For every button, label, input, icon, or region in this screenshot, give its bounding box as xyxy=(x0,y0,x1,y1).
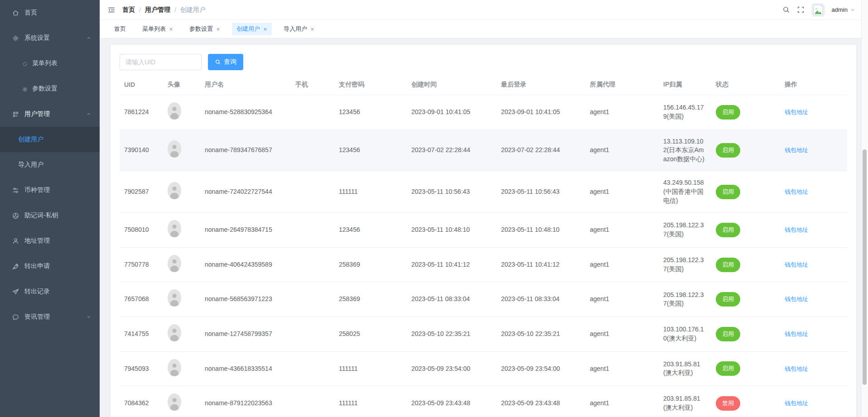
cell-last_login: 2023-05-09 23:54:00 xyxy=(497,351,585,386)
close-icon[interactable] xyxy=(263,27,267,31)
cell-action: 钱包地址 xyxy=(780,351,847,386)
wallet-address-link[interactable]: 钱包地址 xyxy=(785,188,808,195)
cell-avatar xyxy=(163,386,200,417)
status-toggle[interactable]: 启用 xyxy=(716,143,740,158)
navbar-tools: admin xyxy=(782,3,868,17)
tab-create-user[interactable]: 创建用户 xyxy=(232,23,272,35)
breadcrumb-item-user-management[interactable]: 用户管理 xyxy=(145,6,170,14)
cell-agent: agent1 xyxy=(585,95,659,130)
cell-phone xyxy=(291,95,334,130)
table-row: 7945093noname-4366183355141111112023-05-… xyxy=(120,351,847,386)
cell-uid: 7657068 xyxy=(120,282,163,317)
status-toggle[interactable]: 启用 xyxy=(716,105,740,120)
cell-created_at: 2023-05-09 23:43:48 xyxy=(407,386,497,417)
sidebar-item-system-settings[interactable]: 系统设置 xyxy=(0,25,100,51)
tab-home[interactable]: 首页 xyxy=(110,23,130,35)
wallet-address-link[interactable]: 钱包地址 xyxy=(785,400,808,407)
table-row: 7084362noname-8791220235631111112023-05-… xyxy=(120,386,847,417)
sidebar-item-param-settings[interactable]: 参数设置 xyxy=(0,76,100,101)
user-dropdown[interactable]: admin xyxy=(832,6,855,13)
sidebar-item-user-management[interactable]: 用户管理 xyxy=(0,101,100,127)
status-toggle[interactable]: 启用 xyxy=(716,258,740,272)
sidebar-item-label: 创建用户 xyxy=(18,135,43,144)
breadcrumb-separator: / xyxy=(174,6,176,14)
avatar[interactable] xyxy=(811,3,825,17)
cell-phone xyxy=(291,247,334,282)
breadcrumb-item-current: 创建用户 xyxy=(180,6,206,14)
cell-phone xyxy=(291,316,334,351)
table-row: 7414755noname-1274587993572580252023-05-… xyxy=(120,316,847,351)
wallet-address-link[interactable]: 钱包地址 xyxy=(785,331,808,337)
cell-agent: agent1 xyxy=(585,247,659,282)
sidebar-item-label: 系统设置 xyxy=(24,34,50,42)
sidebar-item-news-management[interactable]: 资讯管理 xyxy=(0,304,100,330)
sidebar-item-label: 转出申请 xyxy=(24,262,50,270)
column-header: 手机 xyxy=(291,75,334,95)
cell-phone xyxy=(291,386,334,417)
close-icon[interactable] xyxy=(216,27,220,31)
scrollbar[interactable] xyxy=(861,0,868,417)
scrollbar-thumb[interactable] xyxy=(863,149,867,385)
cell-last_login: 2023-05-11 10:56:43 xyxy=(497,171,585,213)
chevron-up-icon xyxy=(86,35,92,41)
column-header: 创建时间 xyxy=(407,75,497,95)
chevron-up-icon xyxy=(86,111,92,117)
close-icon[interactable] xyxy=(169,27,173,31)
sidebar-item-transfer-records[interactable]: 转出记录 xyxy=(0,279,100,304)
sidebar-item-menu-list[interactable]: 菜单列表 xyxy=(0,51,100,76)
sidebar-item-mnemonic-private-key[interactable]: 助记词-私钥 xyxy=(0,203,100,228)
cell-uid: 7861224 xyxy=(120,95,163,130)
hamburger-icon[interactable] xyxy=(100,6,122,14)
cell-uid: 7902587 xyxy=(120,171,163,213)
sidebar-item-label: 助记词-私钥 xyxy=(24,211,58,220)
cell-ip_location: 156.146.45.179(美国) xyxy=(659,95,711,130)
tab-import-user[interactable]: 导入用户 xyxy=(279,23,319,35)
status-toggle[interactable]: 启用 xyxy=(716,185,740,199)
close-icon[interactable] xyxy=(310,27,314,31)
search-icon[interactable] xyxy=(782,6,790,14)
wallet-address-link[interactable]: 钱包地址 xyxy=(785,109,808,115)
wallet-address-link[interactable]: 钱包地址 xyxy=(785,147,808,153)
sidebar-item-coin-management[interactable]: 币种管理 xyxy=(0,177,100,203)
wallet-address-link[interactable]: 钱包地址 xyxy=(785,365,808,372)
sidebar-item-home[interactable]: 首页 xyxy=(0,0,100,25)
cell-pay_password: 258369 xyxy=(334,247,407,282)
sidebar-item-transfer-request[interactable]: 转出申请 xyxy=(0,254,100,279)
tab-menu-list[interactable]: 菜单列表 xyxy=(138,23,178,35)
username: admin xyxy=(832,6,848,13)
content: 查询 UID头像用户名手机支付密码创建时间最后登录所属代理IP归属状态操作 78… xyxy=(100,38,868,417)
status-toggle[interactable]: 禁用 xyxy=(716,396,740,411)
cell-ip_location: 205.198.122.37(美国) xyxy=(659,282,711,317)
tab-label: 菜单列表 xyxy=(142,25,166,33)
cell-action: 钱包地址 xyxy=(780,282,847,317)
cell-phone xyxy=(291,213,334,248)
query-button[interactable]: 查询 xyxy=(208,54,243,70)
wallet-address-link[interactable]: 钱包地址 xyxy=(785,296,808,302)
status-toggle[interactable]: 启用 xyxy=(716,292,740,307)
avatar-placeholder-icon xyxy=(168,220,181,237)
fullscreen-icon[interactable] xyxy=(797,6,805,14)
sidebar-item-address-management[interactable]: 地址管理 xyxy=(0,228,100,254)
cell-created_at: 2023-05-10 22:35:21 xyxy=(407,316,497,351)
cell-created_at: 2023-05-11 10:48:10 xyxy=(407,213,497,248)
column-header: 所属代理 xyxy=(585,75,659,95)
table-row: 7861224noname-5288309253641234562023-09-… xyxy=(120,95,847,130)
tab-param-settings[interactable]: 参数设置 xyxy=(185,23,225,35)
uid-search-input[interactable] xyxy=(120,54,202,70)
breadcrumb-item-home[interactable]: 首页 xyxy=(122,6,135,14)
cell-username: noname-436618335514 xyxy=(200,351,291,386)
cell-ip_location: 205.198.122.37(美国) xyxy=(659,213,711,248)
cell-uid: 7084362 xyxy=(120,386,163,417)
sidebar-item-import-user[interactable]: 导入用户 xyxy=(0,152,100,177)
status-toggle[interactable]: 启用 xyxy=(716,361,740,376)
avatar-placeholder-icon xyxy=(168,289,181,307)
wallet-address-link[interactable]: 钱包地址 xyxy=(785,226,808,233)
wallet-address-link[interactable]: 钱包地址 xyxy=(785,261,808,268)
sidebar-item-create-user[interactable]: 创建用户 xyxy=(0,127,100,152)
cell-username: noname-789347676857 xyxy=(200,129,291,171)
cell-username: noname-127458799357 xyxy=(200,316,291,351)
cell-status: 启用 xyxy=(711,95,780,130)
status-toggle[interactable]: 启用 xyxy=(716,223,740,237)
status-toggle[interactable]: 启用 xyxy=(716,327,740,341)
chat-icon xyxy=(12,313,19,321)
